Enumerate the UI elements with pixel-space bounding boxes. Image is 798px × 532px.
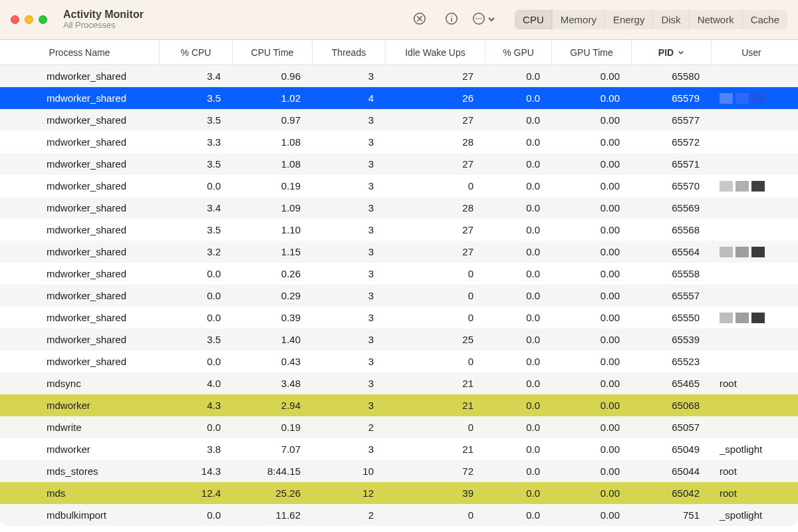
cell-pid: 65579 [632,92,712,104]
table-row[interactable]: mdworker_shared3.31.083280.00.0065572 [0,131,798,153]
cell-idle: 0 [386,422,485,433]
cell-gputime: 0.00 [552,334,632,345]
tab-memory[interactable]: Memory [553,10,605,29]
cell-gpu: 0.0 [485,487,552,499]
cell-gpu: 0.0 [485,290,552,301]
table-row[interactable]: mdworker_shared3.51.083270.00.0065571 [0,153,798,175]
cell-pid: 65572 [632,136,712,148]
table-row[interactable]: mdworker_shared3.50.973270.00.0065577 [0,109,798,131]
table-row[interactable]: mdbulkimport0.011.62200.00.00751_spotlig… [0,504,798,526]
cell-cpu: 0.0 [160,290,233,301]
cell-pid: 65564 [632,246,712,257]
table-row[interactable]: mdworker_shared0.00.19300.00.0065570 [0,175,798,197]
cell-threads: 3 [313,334,386,345]
cell-threads: 3 [313,290,386,301]
table-row[interactable]: mdworker_shared3.51.403250.00.0065539 [0,329,798,350]
table-row[interactable]: mdworker_shared3.51.103270.00.0065568 [0,219,798,241]
cell-idle: 27 [386,158,485,170]
tab-network[interactable]: Network [690,10,743,29]
column-header-cputime[interactable]: CPU Time [233,40,313,65]
column-header-idle[interactable]: Idle Wake Ups [386,40,485,65]
cell-user: _spotlight [712,509,791,521]
redacted-user [720,93,779,104]
table-row[interactable]: mdworker_shared3.41.093280.00.0065569 [0,197,798,219]
column-header-name[interactable]: Process Name [0,40,160,65]
cell-name: mdworker_shared [0,290,160,301]
table-row[interactable]: mdworker_shared0.00.29300.00.0065557 [0,285,798,307]
svg-point-4 [451,16,452,17]
cell-pid: 65057 [632,422,712,433]
table-body: mdworker_shared3.40.963270.00.0065580mdw… [0,65,798,526]
cell-cpu: 0.0 [160,422,233,433]
table-row[interactable]: mdworker_shared0.00.39300.00.0065550 [0,307,798,329]
tab-cache[interactable]: Cache [743,10,787,29]
table-row[interactable]: mds12.425.2612390.00.0065042root [0,482,798,504]
column-header-pid[interactable]: PID [632,40,712,65]
table-row[interactable]: mdworker_shared3.40.963270.00.0065580 [0,65,798,87]
cell-idle: 27 [386,246,485,257]
cell-name: mdworker [0,444,160,455]
cell-cpu: 0.0 [160,312,233,323]
table-row[interactable]: mdworker_shared0.00.26300.00.0065558 [0,263,798,285]
cell-gputime: 0.00 [552,224,632,235]
column-header-user[interactable]: User [712,40,791,65]
cell-gpu: 0.0 [485,312,552,323]
table-row[interactable]: mdworker4.32.943210.00.0065068 [0,394,798,416]
cell-idle: 25 [386,334,485,345]
cell-idle: 27 [386,114,485,126]
window-title: Activity Monitor [63,9,144,21]
cell-cputime: 0.29 [233,290,313,301]
cell-pid: 65577 [632,114,712,126]
cell-gputime: 0.00 [552,290,632,301]
column-header-gputime[interactable]: GPU Time [552,40,632,65]
table-row[interactable]: mds_stores14.38:44.1510720.00.0065044roo… [0,460,798,482]
column-header-label: % GPU [503,47,534,58]
cell-name: mdworker_shared [0,180,160,192]
cell-idle: 39 [386,487,485,499]
cell-idle: 0 [386,509,485,521]
cell-name: mdworker [0,400,160,411]
cell-gpu: 0.0 [485,444,552,455]
table-row[interactable]: mdworker_shared3.21.153270.00.0065564 [0,241,798,263]
table-row[interactable]: mdworker3.87.073210.00.0065049_spotlight [0,438,798,460]
cell-name: mdworker_shared [0,158,160,170]
cell-idle: 0 [386,312,485,323]
tab-energy[interactable]: Energy [605,10,654,29]
zoom-window-button[interactable] [39,15,47,24]
cell-cpu: 3.5 [160,224,233,235]
table-row[interactable]: mdsync4.03.483210.00.0065465root [0,372,798,394]
cell-idle: 0 [386,356,485,367]
cell-pid: 65568 [632,224,712,235]
cell-threads: 2 [313,422,386,433]
tab-disk[interactable]: Disk [653,10,689,29]
minimize-window-button[interactable] [25,15,33,24]
cell-cputime: 0.39 [233,312,313,323]
cell-gputime: 0.00 [552,422,632,433]
cell-pid: 65049 [632,444,712,455]
column-header-gpu[interactable]: % GPU [485,40,552,65]
column-header-threads[interactable]: Threads [313,40,386,65]
cell-threads: 3 [313,312,386,323]
cell-pid: 65539 [632,334,712,345]
cell-threads: 3 [313,224,386,235]
table-row[interactable]: mdworker_shared0.00.43300.00.0065523 [0,350,798,372]
table-row[interactable]: mdworker_shared3.51.024260.00.0065579 [0,87,798,109]
stop-process-button[interactable] [410,10,430,30]
cell-gpu: 0.0 [485,92,552,104]
close-window-button[interactable] [11,15,19,24]
table-row[interactable]: mdwrite0.00.19200.00.0065057 [0,416,798,438]
cell-user: root [712,378,791,389]
cell-cputime: 7.07 [233,444,313,455]
cell-gputime: 0.00 [552,180,632,192]
more-actions-button[interactable] [473,10,493,30]
cell-gputime: 0.00 [552,312,632,323]
cell-gputime: 0.00 [552,158,632,170]
cell-idle: 0 [386,290,485,301]
cell-threads: 3 [313,246,386,257]
cell-threads: 2 [313,509,386,521]
cell-idle: 28 [386,136,485,148]
column-header-cpu[interactable]: % CPU [160,40,233,65]
inspect-process-button[interactable] [442,10,462,30]
tab-cpu[interactable]: CPU [515,10,553,29]
cell-user [712,181,791,192]
